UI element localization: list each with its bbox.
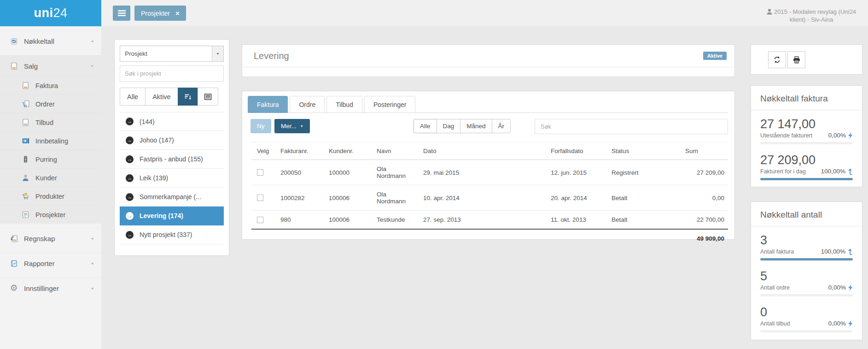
document-icon <box>9 62 18 70</box>
sidebar-item-label: Salg <box>24 62 38 70</box>
offer-icon <box>21 118 30 127</box>
project-type-select[interactable]: Prosjekt ▼ <box>120 46 224 62</box>
project-search-input[interactable] <box>120 65 224 82</box>
sidebar-item-tilbud[interactable]: Tilbud <box>0 113 101 131</box>
refresh-button[interactable] <box>768 51 786 68</box>
row-checkbox[interactable] <box>257 195 263 201</box>
more-button[interactable]: Mer... <box>274 119 310 133</box>
sidebar-item-label: Kunder <box>35 174 57 182</box>
period-maned-button[interactable]: Måned <box>460 119 492 133</box>
list-item-selected[interactable]: Levering (174) <box>120 207 224 225</box>
list-item[interactable]: Johoo (147) <box>120 131 224 150</box>
list-view-button[interactable] <box>198 88 218 106</box>
cell-forfallsdato: 20. apr. 2014 <box>547 185 608 211</box>
project-filter-group: Alle Aktive <box>120 88 224 106</box>
tab-tilbud[interactable]: Tilbud <box>326 96 362 113</box>
sidebar-item-label: Faktura <box>35 82 58 89</box>
col-sum: Sum <box>682 142 728 160</box>
user-menu[interactable]: 2015 - Modalen revylag (Uni24 klient) - … <box>758 8 864 24</box>
projects-icon <box>21 211 30 219</box>
chevron-left-icon <box>90 237 94 241</box>
table-row[interactable]: 980 100006 Testkunde 27. sep. 2013 11. o… <box>251 211 728 230</box>
sidebar-item-purring[interactable]: Purring <box>0 150 101 168</box>
list-view-icon <box>204 93 212 101</box>
topbar: Prosjekter × 2015 - Modalen revylag (Uni… <box>101 0 868 26</box>
logo-text-light: 24 <box>53 6 67 20</box>
metric-percent: 0,00% <box>828 284 846 291</box>
metric-antall-faktura: 3 Antall faktura 100,00% <box>760 233 853 260</box>
sidebar-item-regnskap[interactable]: Regnskap <box>0 228 101 248</box>
sidebar-item-produkter[interactable]: Produkter <box>0 187 101 205</box>
project-panel: Prosjekt ▼ Alle Aktive (144) Johoo (147)… <box>114 39 229 256</box>
panel-tools <box>751 44 862 75</box>
cell-fakturanr: 980 <box>277 211 325 230</box>
arrow-right-icon <box>126 155 134 163</box>
metric-value: 27 147,00 <box>760 117 853 131</box>
metric-antall-tilbud: 0 Antall tilbud 0,00% <box>760 305 853 332</box>
metric-label: Antall faktura <box>760 248 794 255</box>
close-icon[interactable]: × <box>175 10 180 17</box>
logo-text-bold: uni <box>34 6 53 20</box>
select-value: Prosjekt <box>125 50 147 57</box>
col-navn: Navn <box>373 142 419 160</box>
filter-all-button[interactable]: Alle <box>120 88 146 106</box>
sidebar-item-kunder[interactable]: Kunder <box>0 168 101 187</box>
sidebar-item-innbetaling[interactable]: Innbetaling <box>0 131 101 150</box>
table-header-row: Velg Fakturanr. Kundenr. Navn Dato Forfa… <box>251 142 728 160</box>
list-item[interactable]: Leik (139) <box>120 169 224 188</box>
list-item[interactable]: Nytt prosjekt (337) <box>120 225 224 244</box>
cell-forfallsdato: 12. jun. 2015 <box>547 160 608 185</box>
tab-posteringer[interactable]: Posteringer <box>364 96 416 113</box>
table-row[interactable]: 1000282 100006 Ola Nordmann 10. apr. 201… <box>251 185 728 211</box>
reminder-trafficlight-icon <box>21 155 30 164</box>
period-alle-button[interactable]: Alle <box>414 119 437 133</box>
app-logo[interactable]: uni24 <box>0 0 101 26</box>
filter-active-button[interactable]: Aktive <box>145 88 178 106</box>
menu-button[interactable] <box>113 6 130 21</box>
project-label: (144) <box>140 118 155 125</box>
project-label: Nytt prosjekt (337) <box>140 231 192 238</box>
list-item[interactable]: Fastpris - anbud (155) <box>120 150 224 169</box>
invoice-search-input[interactable] <box>535 119 728 134</box>
table-row[interactable]: 200050 100000 Ola Nordmann 29. mai 2015 … <box>251 160 728 185</box>
cell-kundenr: 100006 <box>325 185 373 211</box>
project-label: Fastpris - anbud (155) <box>140 155 203 163</box>
sidebar-item-rapporter[interactable]: Rapporter <box>0 253 101 273</box>
chevron-down-icon <box>90 64 94 68</box>
period-label: Dag <box>443 123 454 130</box>
row-checkbox[interactable] <box>257 217 263 223</box>
open-document-tab[interactable]: Prosjekter × <box>134 6 186 21</box>
list-item[interactable]: (144) <box>120 112 224 131</box>
arrow-right-icon <box>126 193 134 201</box>
toolbar: Ny Mer... Alle Dag Måned År <box>248 119 728 134</box>
sidebar-item-ordrer[interactable]: Ordrer <box>0 95 101 113</box>
arrow-right-icon <box>126 136 134 144</box>
chevron-down-icon: ▼ <box>212 46 223 61</box>
period-ar-button[interactable]: År <box>492 119 511 133</box>
chevron-left-icon <box>90 39 94 43</box>
accounting-icon <box>9 234 18 243</box>
list-item[interactable]: Sommerkampanje (... <box>120 188 224 207</box>
sidebar-item-nokkeltall[interactable]: Nøkkeltall <box>0 30 101 51</box>
sidebar-item-salg[interactable]: Salg <box>0 55 101 76</box>
kpi-card-title: Nøkkeltall antall <box>751 202 862 226</box>
sidebar-item-faktura[interactable]: Faktura <box>0 76 101 95</box>
sidebar-item-innstillinger[interactable]: ⚙ Innstillinger <box>0 278 101 298</box>
sidebar-item-label: Purring <box>35 156 57 163</box>
table-total-row: 49 909,00 <box>251 229 728 248</box>
bolt-icon <box>848 284 853 291</box>
row-checkbox[interactable] <box>257 169 263 176</box>
period-dag-button[interactable]: Dag <box>437 119 461 133</box>
print-button[interactable] <box>787 51 805 68</box>
tab-faktura[interactable]: Faktura <box>248 96 288 113</box>
tab-label: Prosjekter <box>141 10 170 17</box>
key-figures-icon <box>9 37 18 45</box>
new-button[interactable]: Ny <box>250 119 271 133</box>
project-list: (144) Johoo (147) Fastpris - anbud (155)… <box>120 112 224 244</box>
tab-ordre[interactable]: Ordre <box>290 96 325 113</box>
tab-bar: Faktura Ordre Tilbud Posteringer <box>248 96 728 113</box>
invoice-icon <box>21 82 30 90</box>
sidebar-item-prosjekter[interactable]: Prosjekter <box>0 205 101 224</box>
sort-button[interactable] <box>178 88 198 106</box>
tab-label: Faktura <box>257 101 279 108</box>
